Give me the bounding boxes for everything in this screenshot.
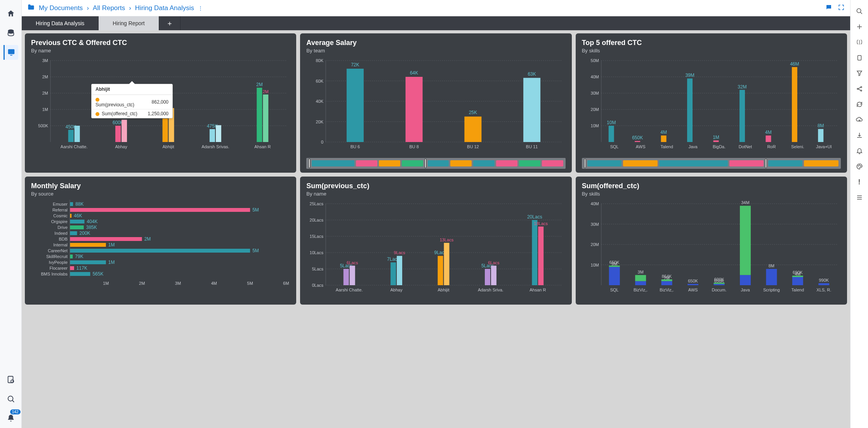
svg-text:80K: 80K	[316, 58, 324, 63]
svg-text:Talend: Talend	[660, 144, 673, 149]
svg-text:IvyPeople: IvyPeople	[49, 260, 68, 265]
database-icon[interactable]	[3, 26, 18, 40]
chart-avg-salary[interactable]: 020K40K60K80KBU 672KBU 864KBU 1225KBU 11…	[306, 57, 565, 155]
svg-text:RoR: RoR	[767, 144, 776, 149]
svg-text:Abhijit: Abhijit	[163, 144, 174, 149]
svg-rect-72	[608, 126, 614, 142]
svg-text:20Lacs: 20Lacs	[310, 218, 324, 222]
breadcrumb-bar: My Documents › All Reports › Hiring Data…	[22, 0, 850, 16]
home-icon[interactable]	[3, 6, 18, 21]
notification-bell-icon[interactable]: 142	[3, 411, 18, 426]
filter-icon[interactable]	[855, 69, 864, 78]
svg-rect-207	[687, 284, 698, 285]
chart-ctc-compare[interactable]: Abhijit Sum(previous_ctc)862,000 Sum(off…	[31, 57, 290, 169]
svg-rect-33	[257, 88, 262, 142]
svg-text:34M: 34M	[741, 200, 749, 205]
dashboard-icon[interactable]	[3, 45, 18, 60]
svg-text:200K: 200K	[80, 230, 90, 236]
breadcrumb-item-1[interactable]: All Reports	[93, 4, 125, 12]
svg-rect-227	[792, 276, 803, 277]
svg-rect-78	[661, 135, 666, 142]
svg-text:6M: 6M	[283, 281, 289, 286]
download-icon[interactable]	[855, 131, 864, 140]
card-title: Sum(previous_ctc)	[306, 182, 565, 190]
plus-icon[interactable]	[855, 23, 864, 31]
svg-text:1M: 1M	[42, 107, 48, 112]
svg-text:XLS, R.: XLS, R.	[816, 288, 831, 292]
svg-text:3M: 3M	[175, 281, 181, 286]
svg-rect-135	[70, 272, 90, 276]
svg-rect-108	[70, 220, 85, 224]
fullscreen-icon[interactable]	[838, 4, 845, 12]
svg-rect-221	[766, 269, 777, 285]
svg-text:1M: 1M	[108, 260, 115, 265]
comment-icon[interactable]	[825, 4, 832, 12]
svg-text:10Lacs: 10Lacs	[310, 250, 324, 255]
svg-rect-31	[216, 125, 221, 142]
svg-text:50M: 50M	[590, 58, 599, 63]
more-vertical-icon[interactable]: ⋮	[198, 5, 203, 11]
tab-hiring-report[interactable]: Hiring Report	[99, 16, 159, 30]
svg-rect-120	[70, 243, 106, 247]
svg-text:1M: 1M	[108, 242, 115, 248]
alert-icon[interactable]: !	[855, 178, 864, 186]
svg-text:5M: 5M	[252, 207, 259, 213]
svg-text:18Lacs: 18Lacs	[534, 221, 548, 226]
svg-rect-197	[635, 281, 646, 286]
svg-rect-93	[792, 67, 797, 142]
bell-icon[interactable]	[855, 147, 864, 155]
tab-hiring-data-analysis[interactable]: Hiring Data Analysis	[22, 16, 99, 30]
svg-text:20K: 20K	[316, 120, 324, 124]
svg-rect-129	[70, 260, 106, 264]
svg-text:SQL: SQL	[610, 288, 618, 292]
svg-point-240	[860, 166, 861, 166]
breadcrumb-item-0[interactable]: My Documents	[39, 4, 83, 12]
add-tab-button[interactable]: ＋	[159, 16, 181, 30]
folder-icon[interactable]	[27, 3, 35, 12]
brain-icon[interactable]	[855, 38, 864, 47]
svg-text:4M: 4M	[211, 281, 217, 286]
cloud-download-icon[interactable]	[855, 116, 864, 124]
svg-text:SQL: SQL	[610, 144, 618, 149]
svg-text:46M: 46M	[790, 61, 799, 67]
svg-rect-35	[263, 95, 268, 142]
svg-rect-81	[687, 78, 693, 142]
breadcrumb-item-2[interactable]: Hiring Data Analysis	[135, 4, 194, 12]
main-column: My Documents › All Reports › Hiring Data…	[22, 0, 850, 428]
chart-scrub-bar[interactable]	[582, 158, 841, 169]
search-doc-icon[interactable]	[3, 392, 18, 406]
list-icon[interactable]	[855, 193, 864, 202]
clipboard-icon[interactable]	[855, 54, 864, 62]
svg-rect-225	[792, 277, 803, 285]
svg-text:88K: 88K	[75, 201, 83, 207]
svg-rect-96	[818, 129, 823, 142]
svg-rect-234	[858, 55, 861, 60]
svg-text:Java: Java	[688, 144, 698, 149]
card-monthly-salary: Monthly Salary By source Emuser88KReferr…	[25, 177, 296, 305]
svg-text:BU 6: BU 6	[351, 144, 360, 149]
svg-rect-20	[75, 126, 80, 142]
share-icon[interactable]	[855, 85, 864, 93]
refresh-icon[interactable]	[855, 100, 864, 109]
audit-icon[interactable]	[3, 372, 18, 387]
svg-text:79K: 79K	[75, 254, 83, 259]
palette-icon[interactable]	[855, 162, 864, 171]
svg-text:25K: 25K	[469, 110, 477, 115]
svg-text:Ahsan R: Ahsan R	[530, 288, 546, 292]
svg-text:Cosmic: Cosmic	[53, 213, 68, 218]
svg-text:4M: 4M	[765, 130, 772, 135]
svg-rect-90	[766, 135, 771, 142]
chart-sum-off[interactable]: 10M20M30M40MSQL9M650KBizViz,.2M3MBizViz,…	[582, 200, 841, 301]
svg-text:CareerNet: CareerNet	[48, 248, 68, 253]
search-icon[interactable]	[855, 7, 864, 16]
svg-text:Referral: Referral	[52, 208, 68, 212]
svg-rect-160	[350, 266, 355, 285]
chart-top5-ctc[interactable]: 10M20M30M40M50MSQL10MAWS650KTalend4MJava…	[582, 57, 841, 155]
svg-rect-192	[609, 267, 620, 285]
chart-sum-prev[interactable]: 0Lacs5Lacs10Lacs15Lacs20Lacs25LacsAarshi…	[306, 200, 565, 301]
svg-text:Internal: Internal	[53, 243, 68, 247]
right-tool-rail: !	[850, 0, 868, 428]
chart-monthly-salary[interactable]: Emuser88KReferral5MCosmic46KOrgspire404K…	[31, 200, 290, 301]
chart-scrub-bar[interactable]	[306, 158, 565, 169]
svg-text:117K: 117K	[76, 265, 87, 271]
